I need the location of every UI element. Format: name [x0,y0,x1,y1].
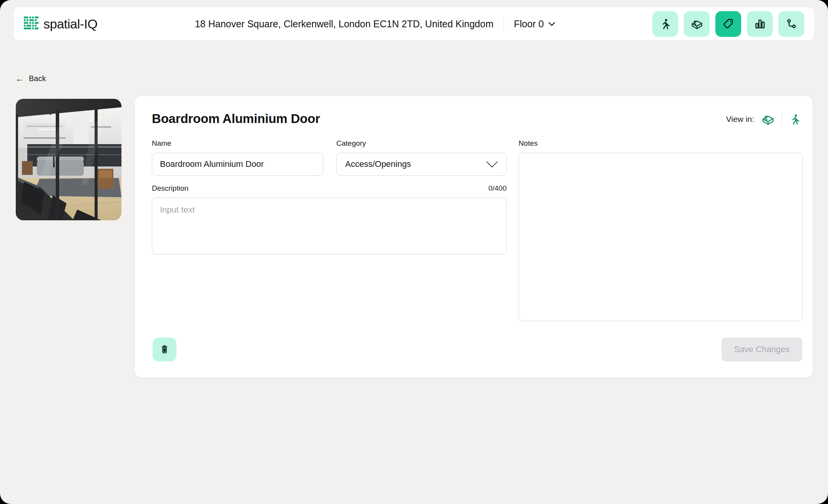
app-screen: spatial-IQ 18 Hanover Square, Clerkenwel… [0,0,828,504]
topbar-center: 18 Hanover Square, Clerkenwell, London E… [98,17,653,30]
delete-item-button[interactable] [153,338,176,361]
chevron-down-icon [549,22,555,26]
name-input[interactable] [152,153,323,176]
view-in-label: View in: [726,115,754,124]
back-label: Back [29,74,46,83]
item-photo-thumbnail[interactable] [16,99,121,220]
form-left-column: Name Category Access/Openings [152,139,507,323]
nav-floorplan-3d-button[interactable] [684,11,710,37]
top-bar: spatial-IQ 18 Hanover Square, Clerkenwel… [14,7,814,40]
item-detail-card: Boardroom Aluminium Door View in: [135,96,813,378]
walking-person-icon [659,18,672,30]
back-button[interactable]: ← Back [15,74,46,83]
isometric-box-icon [690,17,703,30]
category-field-group: Category Access/Openings [336,139,507,176]
description-header: Description 0/400 [152,184,507,193]
view-in-group: View in: [726,111,801,126]
category-select[interactable]: Access/Openings [336,153,507,176]
description-label: Description [152,184,188,193]
floor-selector[interactable]: Floor 0 [514,18,555,30]
logo-grid-icon [24,17,38,31]
category-label: Category [336,139,507,148]
floor-selector-label: Floor 0 [514,18,544,30]
nav-stats-button[interactable] [747,11,773,37]
description-char-counter: 0/400 [488,184,507,193]
nav-walk-mode-button[interactable] [652,11,678,37]
name-field-group: Name [152,139,323,176]
view-in-3d-button[interactable] [761,112,775,126]
building-address: 18 Hanover Square, Clerkenwell, London E… [195,18,494,30]
category-selected-value: Access/Openings [345,159,411,169]
description-textarea[interactable] [152,198,507,254]
back-arrow-icon: ← [15,75,24,83]
logo: spatial-IQ [24,17,98,32]
view-in-divider [782,113,782,126]
notes-textarea[interactable] [519,153,803,321]
save-changes-button[interactable]: Save Changes [722,338,802,361]
name-label: Name [152,139,323,148]
header-nav-buttons [652,11,804,37]
trash-icon [159,344,170,355]
header-divider [504,17,504,30]
nav-tags-button[interactable] [715,11,741,37]
view-in-walk-button[interactable] [789,113,801,125]
item-title: Boardroom Aluminium Door [152,111,320,126]
bar-chart-icon [754,18,766,30]
walking-person-icon [789,113,801,125]
isometric-box-icon [761,112,775,126]
chevron-down-icon [486,161,498,168]
tag-icon [722,18,735,30]
card-bottom-bar: Save Changes [153,338,802,361]
logo-text: spatial-IQ [43,17,98,32]
nav-routes-button[interactable] [778,11,804,37]
route-icon [785,18,798,30]
notes-label: Notes [519,139,803,148]
form-right-column: Notes [519,139,803,323]
